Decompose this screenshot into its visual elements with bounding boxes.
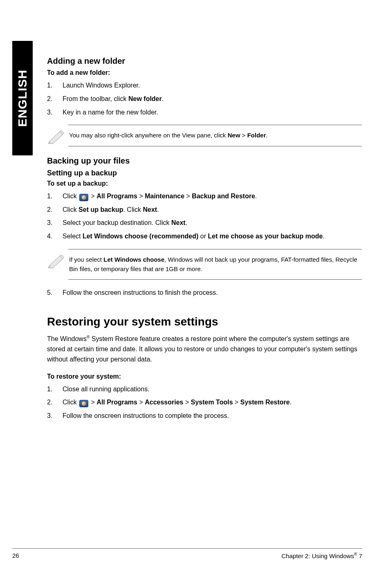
bold-text: Maintenance xyxy=(145,193,184,200)
text: . xyxy=(162,95,164,102)
step-number: 5. xyxy=(47,288,63,298)
text: Select your backup destination. Click xyxy=(63,219,171,226)
step-number: 3. xyxy=(47,218,63,228)
step-number: 3. xyxy=(47,108,63,118)
bold-text: New folder xyxy=(128,95,162,102)
step-number: 3. xyxy=(47,411,63,421)
lead-to-restore: To restore your system: xyxy=(47,373,362,380)
step-text: Follow the onscreen instructions to fini… xyxy=(63,288,362,298)
subheading-to-add-folder: To add a new folder: xyxy=(47,69,362,76)
bold-text: System Restore xyxy=(240,399,290,406)
main-content: Adding a new folder To add a new folder:… xyxy=(47,56,362,427)
steps-adding-folder: 1. Launch Windows Explorer. 2. From the … xyxy=(47,81,362,117)
text: Click xyxy=(63,193,78,200)
text: 7 xyxy=(357,552,362,559)
paragraph-restoring: The Windows® System Restore feature crea… xyxy=(47,334,362,365)
text: . xyxy=(255,193,257,200)
step-text: Select your backup destination. Click Ne… xyxy=(63,218,362,228)
step-1: 1. Click > All Programs > Maintenance > … xyxy=(47,191,362,202)
text: . xyxy=(290,399,291,406)
text: > xyxy=(89,399,96,406)
step-text: From the toolbar, click New folder. xyxy=(63,94,362,104)
bold-text: Accessories xyxy=(145,399,183,406)
bold-text: Set up backup xyxy=(78,206,123,213)
text: Click xyxy=(63,399,78,406)
text: . Click xyxy=(123,206,143,213)
text: > xyxy=(233,399,240,406)
step-text: Close all running applications. xyxy=(63,384,362,395)
step-3: 3. Follow the onscreen instructions to c… xyxy=(47,411,362,421)
text: Chapter 2: Using Windows xyxy=(282,552,354,559)
text: > xyxy=(89,193,96,200)
text: . xyxy=(157,206,159,213)
step-text: Click > All Programs > Maintenance > Bac… xyxy=(63,191,362,202)
chapter-label: Chapter 2: Using Windows® 7 xyxy=(282,552,362,559)
lead-to-set-up-backup: To set up a backup: xyxy=(47,180,362,187)
step-5: 5. Follow the onscreen instructions to f… xyxy=(47,288,362,298)
text: Click xyxy=(63,206,78,213)
windows-start-icon xyxy=(79,194,88,201)
windows-start-icon xyxy=(79,400,88,407)
step-4: 4. Select Let Windows choose (recommende… xyxy=(47,231,362,242)
step-3: 3. Select your backup destination. Click… xyxy=(47,218,362,228)
note-text: If you select Let Windows choose, Window… xyxy=(68,249,362,280)
steps-backup-cont: 5. Follow the onscreen instructions to f… xyxy=(47,288,362,298)
text: . xyxy=(323,233,324,240)
step-number: 2. xyxy=(47,397,63,408)
step-2: 2. Click > All Programs > Accessories > … xyxy=(47,397,362,408)
bold-text: New xyxy=(228,132,240,139)
language-tab-label: ENGLISH xyxy=(16,70,29,127)
step-text: Launch Windows Explorer. xyxy=(63,81,362,91)
heading-backing-up: Backing up your files xyxy=(47,156,362,166)
step-text: Click Set up backup. Click Next. xyxy=(63,205,362,215)
text: The Windows xyxy=(47,335,87,342)
note-text: You may also right-click anywhere on the… xyxy=(68,125,362,146)
steps-restore: 1. Close all running applications. 2. Cl… xyxy=(47,384,362,421)
heading-adding-folder: Adding a new folder xyxy=(47,56,362,66)
bold-text: Next xyxy=(143,206,157,213)
text: . xyxy=(186,219,187,226)
step-1: 1. Close all running applications. xyxy=(47,384,362,395)
text: From the toolbar, click xyxy=(63,95,128,102)
text: . xyxy=(266,132,268,139)
step-text: Select Let Windows choose (recommended) … xyxy=(63,231,362,242)
text: System Restore feature creates a restore… xyxy=(47,335,357,363)
page-footer: 26 Chapter 2: Using Windows® 7 xyxy=(12,548,362,559)
step-number: 1. xyxy=(47,81,63,91)
step-number: 1. xyxy=(47,191,63,202)
note-icon xyxy=(47,125,68,146)
bold-text: Next xyxy=(171,219,186,226)
bold-text: Let Windows choose (recommended) xyxy=(83,233,198,240)
subheading-setting-up-backup: Setting up a backup xyxy=(47,169,362,177)
bold-text: Let Windows choose xyxy=(103,256,164,263)
step-number: 2. xyxy=(47,94,63,104)
steps-backup: 1. Click > All Programs > Maintenance > … xyxy=(47,191,362,242)
note-icon xyxy=(47,249,68,270)
note-block: You may also right-click anywhere on the… xyxy=(47,125,362,146)
bold-text: All Programs xyxy=(96,193,137,200)
step-number: 2. xyxy=(47,205,63,215)
note-block: If you select Let Windows choose, Window… xyxy=(47,249,362,280)
text: or xyxy=(198,233,208,240)
text: > xyxy=(137,193,145,200)
text: You may also right-click anywhere on the… xyxy=(69,132,228,139)
step-number: 1. xyxy=(47,384,63,395)
bold-text: Backup and Restore xyxy=(192,193,255,200)
step-2: 2. From the toolbar, click New folder. xyxy=(47,94,362,104)
text: > xyxy=(240,132,247,139)
language-tab: ENGLISH xyxy=(12,41,33,155)
heading-restoring: Restoring your system settings xyxy=(47,315,362,328)
step-text: Follow the onscreen instructions to comp… xyxy=(63,411,362,421)
text: > xyxy=(184,193,192,200)
text: If you select xyxy=(69,256,103,263)
text: > xyxy=(183,399,191,406)
page-number: 26 xyxy=(12,552,19,559)
bold-text: All Programs xyxy=(96,399,137,406)
text: Select xyxy=(63,233,83,240)
step-3: 3. Key in a name for the new folder. xyxy=(47,108,362,118)
step-number: 4. xyxy=(47,231,63,242)
bold-text: System Tools xyxy=(191,399,233,406)
bold-text: Let me choose as your backup mode xyxy=(208,233,323,240)
step-text: Key in a name for the new folder. xyxy=(63,108,362,118)
step-1: 1. Launch Windows Explorer. xyxy=(47,81,362,91)
